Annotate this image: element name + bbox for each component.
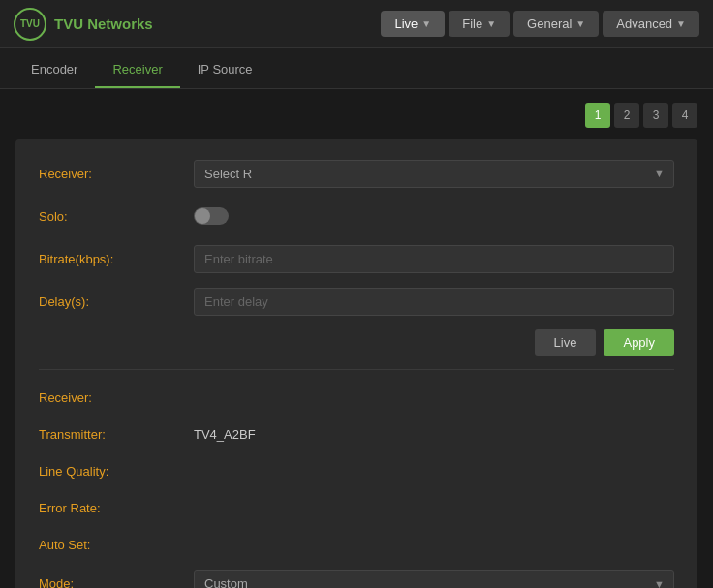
delay-label: Delay(s): xyxy=(39,294,194,309)
live-button[interactable]: Live xyxy=(535,329,597,356)
form-card: Receiver: Select R ▼ Solo: Bitrate(kb xyxy=(16,139,698,588)
delay-input-area xyxy=(194,288,674,316)
logo-text: TVU Networks xyxy=(54,15,153,32)
tab-encoder[interactable]: Encoder xyxy=(14,52,95,88)
page-3-button[interactable]: 3 xyxy=(643,103,668,128)
bitrate-label: Bitrate(kbps): xyxy=(39,252,194,266)
tabbar: Encoder Receiver IP Source xyxy=(0,48,713,89)
bitrate-row: Bitrate(kbps): xyxy=(39,244,674,273)
receiver-select[interactable]: Select R xyxy=(194,160,674,188)
info-error-rate-row: Error Rate: xyxy=(39,496,674,519)
solo-toggle-area xyxy=(194,207,674,225)
pagination: 1 2 3 4 xyxy=(16,103,698,128)
nav-advanced-button[interactable]: Advanced ▼ xyxy=(603,11,699,37)
info-mode-label: Mode: xyxy=(39,576,194,588)
action-buttons: Live Apply xyxy=(39,329,674,356)
topbar: TVU TVU Networks Live ▼ File ▼ General ▼… xyxy=(0,0,713,48)
apply-button[interactable]: Apply xyxy=(604,329,674,356)
info-mode-row: Mode: Custom Standard Auto ▼ xyxy=(39,570,674,588)
tab-ip-source[interactable]: IP Source xyxy=(180,52,270,88)
solo-label: Solo: xyxy=(39,209,194,224)
divider xyxy=(39,369,674,370)
receiver-select-area: Select R ▼ xyxy=(194,160,674,188)
receiver-label: Receiver: xyxy=(39,167,194,181)
nav-live-button[interactable]: Live ▼ xyxy=(381,11,445,37)
page-4-button[interactable]: 4 xyxy=(672,103,698,128)
page-1-button[interactable]: 1 xyxy=(585,103,610,128)
general-arrow-icon: ▼ xyxy=(575,18,585,29)
info-auto-set-label: Auto Set: xyxy=(39,538,194,552)
nav-general-button[interactable]: General ▼ xyxy=(513,11,599,37)
solo-row: Solo: xyxy=(39,201,674,231)
tab-receiver[interactable]: Receiver xyxy=(95,52,179,88)
info-transmitter-value: TV4_A2BF xyxy=(194,427,256,442)
delay-row: Delay(s): xyxy=(39,287,674,316)
main-content: 1 2 3 4 Receiver: Select R ▼ xyxy=(0,89,713,588)
info-line-quality-row: Line Quality: xyxy=(39,459,674,482)
logo-area: TVU TVU Networks xyxy=(14,8,153,41)
info-error-rate-label: Error Rate: xyxy=(39,501,194,515)
mode-select-wrapper: Custom Standard Auto ▼ xyxy=(194,570,674,588)
toggle-knob xyxy=(195,208,210,224)
logo-icon: TVU xyxy=(14,8,46,41)
page-2-button[interactable]: 2 xyxy=(614,103,639,128)
receiver-select-wrapper: Select R ▼ xyxy=(194,160,674,188)
info-receiver-label: Receiver: xyxy=(39,390,194,405)
advanced-arrow-icon: ▼ xyxy=(676,18,686,29)
delay-input[interactable] xyxy=(194,288,674,316)
nav-buttons: Live ▼ File ▼ General ▼ Advanced ▼ xyxy=(381,11,699,37)
info-auto-set-row: Auto Set: xyxy=(39,533,674,556)
solo-toggle[interactable] xyxy=(194,207,229,225)
info-transmitter-label: Transmitter: xyxy=(39,427,194,442)
info-receiver-row: Receiver: xyxy=(39,386,674,409)
mode-select-area: Custom Standard Auto ▼ xyxy=(194,570,674,588)
receiver-row: Receiver: Select R ▼ xyxy=(39,159,674,188)
file-arrow-icon: ▼ xyxy=(486,18,496,29)
info-transmitter-row: Transmitter: TV4_A2BF xyxy=(39,422,674,446)
bitrate-input[interactable] xyxy=(194,245,674,273)
info-line-quality-label: Line Quality: xyxy=(39,464,194,479)
mode-select[interactable]: Custom Standard Auto xyxy=(194,570,674,588)
live-arrow-icon: ▼ xyxy=(421,18,431,29)
bitrate-input-area xyxy=(194,245,674,273)
nav-file-button[interactable]: File ▼ xyxy=(449,11,510,37)
